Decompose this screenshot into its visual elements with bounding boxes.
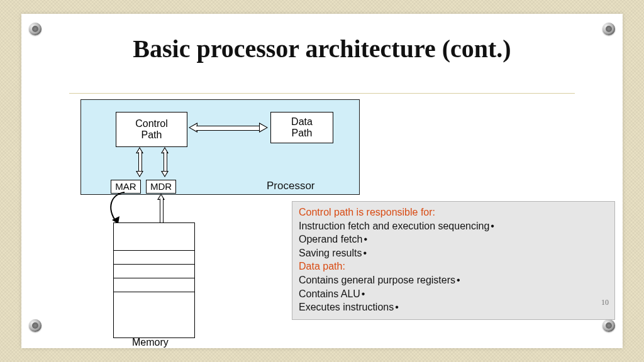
memory-cell bbox=[114, 278, 194, 292]
title-underline bbox=[69, 93, 575, 94]
mar-label: MAR bbox=[115, 182, 136, 192]
control-path-box: Control Path bbox=[116, 112, 187, 147]
memory-cell bbox=[114, 223, 194, 251]
note-item: Contains general purpose registers bbox=[299, 273, 608, 287]
data-path-box: Data Path bbox=[270, 112, 333, 143]
screw-icon bbox=[602, 23, 615, 35]
memory-cell bbox=[114, 292, 194, 337]
description-note: Control path is responsible for: Instruc… bbox=[292, 201, 615, 320]
note-item: Instruction fetch and execution sequenci… bbox=[299, 219, 608, 233]
screw-icon bbox=[29, 23, 42, 35]
note-heading-data: Data path: bbox=[299, 260, 608, 273]
mdr-label: MDR bbox=[150, 182, 172, 192]
control-path-label: Control Path bbox=[135, 118, 168, 140]
screw-icon bbox=[602, 319, 615, 332]
slide-title: Basic processor architecture (cont.) bbox=[0, 34, 644, 63]
double-arrow-icon bbox=[161, 147, 169, 177]
note-item: Executes instructions bbox=[299, 300, 608, 314]
page-number: 10 bbox=[601, 298, 609, 307]
memory-cell bbox=[114, 265, 194, 278]
screw-icon bbox=[29, 319, 42, 332]
data-path-label: Data Path bbox=[291, 116, 313, 138]
double-arrow-icon bbox=[136, 147, 143, 177]
note-item: Operand fetch bbox=[299, 233, 608, 246]
memory-cell bbox=[114, 251, 194, 265]
processor-label: Processor bbox=[267, 180, 315, 192]
memory-stack bbox=[113, 222, 195, 338]
memory-label: Memory bbox=[132, 337, 169, 348]
note-item: Saving results bbox=[299, 246, 608, 260]
note-heading-control: Control path is responsible for: bbox=[299, 206, 608, 219]
double-arrow-icon bbox=[189, 123, 268, 133]
note-item: Contains ALU bbox=[299, 287, 608, 301]
